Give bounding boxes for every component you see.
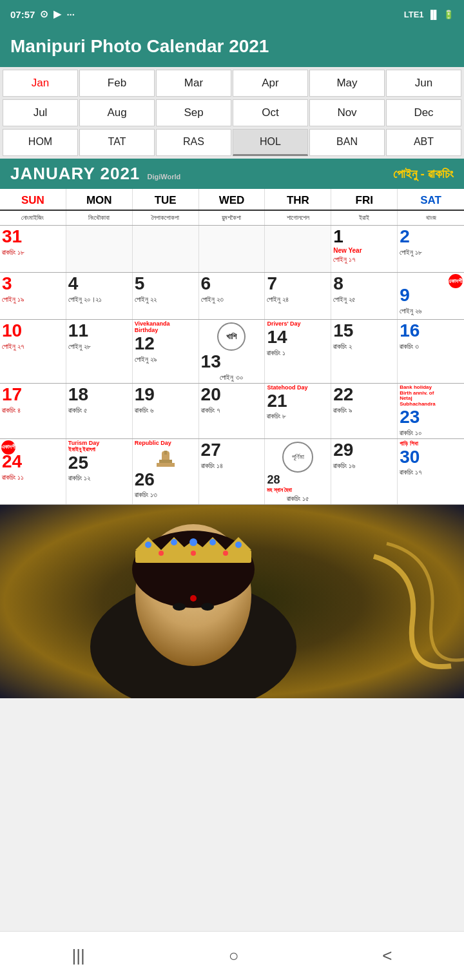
cal-day-empty-1 xyxy=(66,226,133,272)
cal-week-2: 3 পোইনু ১৯ 4 পোইনু ২০।২১ 5 পোইনু ২২ 6 পো… xyxy=(0,273,464,320)
cal-subtitle: DigiWorld xyxy=(148,173,181,181)
cal-day-5: 5 পোইনু ২২ xyxy=(133,273,199,319)
svg-point-21 xyxy=(191,551,196,556)
cal-day-22: 22 ৱাকচিং ৯ xyxy=(331,384,398,438)
cal-day-empty-3 xyxy=(199,226,266,272)
svg-point-22 xyxy=(223,551,228,556)
meitei-thr: শাগোলশেল xyxy=(265,211,331,225)
month-btn-aug[interactable]: Aug xyxy=(79,99,155,126)
month-nav-row2: Jul Aug Sep Oct Nov Dec xyxy=(0,99,464,129)
svg-point-23 xyxy=(190,595,197,602)
special-btn-hom[interactable]: HOM xyxy=(3,129,78,156)
nav-bar: ||| ○ < xyxy=(0,931,464,980)
cal-week-1: 31 ৱাকচিং ১৮ 1 New Year পোইনু ১৭ 2 পোইনু… xyxy=(0,226,464,273)
cal-days-header: SUN MON TUE WED THR FRI SAT xyxy=(0,189,464,211)
photo-svg xyxy=(0,505,464,698)
cal-day-29: 29 ৱাকচিং ১৬ xyxy=(331,439,398,505)
cal-day-10: 10 পোইনু ২৭ xyxy=(0,320,66,383)
cal-day-26: Republic Day 26 ৱাকচিং ১৩ xyxy=(133,439,199,505)
alarm-icon: ⊙ xyxy=(40,8,48,20)
month-btn-oct[interactable]: Oct xyxy=(233,99,308,126)
back-nav-button[interactable]: ||| xyxy=(59,941,97,971)
cal-day-27: 27 ৱাকচিং ১৪ xyxy=(199,439,266,505)
special-btn-ban[interactable]: BAN xyxy=(309,129,385,156)
cal-day-16: 16 ৱাকচিং ৩ xyxy=(398,320,464,383)
cal-day-12: VivekanandaBirthday 12 পোইনু ২৯ xyxy=(133,320,199,383)
meitei-wed: য়ুমশকৈশা xyxy=(199,211,266,225)
app-header: Manipuri Photo Calendar 2021 xyxy=(0,28,464,67)
header-thr: THR xyxy=(265,189,331,210)
cal-meitei-names: নোংমাইজিং নিংথৌকাবা লৈপাকপোকপা য়ুমশকৈশা… xyxy=(0,211,464,226)
month-btn-sep[interactable]: Sep xyxy=(156,99,231,126)
status-left: 07:57 ⊙ ▶ ··· xyxy=(10,8,75,20)
ekadashi-badge-24: একাদশী xyxy=(1,440,15,455)
purnima-circle: পূর্ণিমা xyxy=(282,442,313,473)
cal-week-5: একাদশী 24 ৱাকচিং ১১ Turism Dayইমাইনু ইরা… xyxy=(0,439,464,505)
cal-day-17: 17 ৱাকচিং ৪ xyxy=(0,384,66,438)
signal-label: LTE1 xyxy=(404,10,424,19)
home-nav-button[interactable]: ○ xyxy=(216,941,252,971)
cal-day-14: Drivers' Day 14 ৱাকচিং ১ xyxy=(265,320,331,383)
month-btn-nov[interactable]: Nov xyxy=(309,99,385,126)
month-btn-apr[interactable]: Apr xyxy=(233,70,308,97)
svg-point-19 xyxy=(235,542,242,548)
month-btn-jan[interactable]: Jan xyxy=(3,70,78,97)
special-btn-abt[interactable]: ABT xyxy=(386,129,461,156)
cal-day-25: Turism Dayইমাইনু ইরাৎপা 25 ৱাকচিং ১২ xyxy=(66,439,133,505)
special-nav: HOM TAT RAS HOL BAN ABT xyxy=(0,129,464,159)
header-sat: SAT xyxy=(398,189,464,210)
header-wed: WED xyxy=(199,189,266,210)
app-title: Manipuri Photo Calendar 2021 xyxy=(10,36,269,56)
svg-point-25 xyxy=(201,603,214,611)
cal-day-4: 4 পোইনু ২০।২১ xyxy=(66,273,133,319)
header-mon: MON xyxy=(66,189,133,210)
cal-day-empty-4 xyxy=(265,226,331,272)
cal-day-9: একাদশী 9 পোইনু ২৬ xyxy=(398,273,464,319)
india-gate-icon xyxy=(154,447,177,470)
month-btn-jul[interactable]: Jul xyxy=(3,99,78,126)
header-fri: FRI xyxy=(331,189,398,210)
svg-point-24 xyxy=(173,603,186,611)
special-btn-tat[interactable]: TAT xyxy=(79,129,155,156)
cal-day-15: 15 ৱাকচিং ২ xyxy=(331,320,398,383)
cal-day-1: 1 New Year পোইনু ১৭ xyxy=(331,226,398,272)
khashi-circle: খাশি xyxy=(217,322,246,351)
meitei-sun: নোংমাইজিং xyxy=(0,211,66,225)
meitei-sat: থাংজ xyxy=(398,211,464,225)
header-sun: SUN xyxy=(0,189,66,210)
cal-banner: JANUARY 2021 DigiWorld পোইনু - ৱাকচিং xyxy=(0,159,464,189)
cal-week-3: 10 পোইনু ২৭ 11 পোইনু ২৮ VivekanandaBirth… xyxy=(0,320,464,384)
special-btn-ras[interactable]: RAS xyxy=(156,129,231,156)
cal-meitei-title: পোইনু - ৱাকচিং xyxy=(393,167,454,181)
month-btn-feb[interactable]: Feb xyxy=(79,70,155,97)
meitei-mon: নিংথৌকাবা xyxy=(66,211,133,225)
header-tue: TUE xyxy=(133,189,199,210)
cal-day-18: 18 ৱাকচিং ৫ xyxy=(66,384,133,438)
month-btn-dec[interactable]: Dec xyxy=(386,99,461,126)
meitei-tue: লৈপাকপোকপা xyxy=(133,211,199,225)
cal-day-13: খাশি 13 পোইনু ৩০ xyxy=(199,320,266,383)
cal-day-19: 19 ৱাকচিং ৬ xyxy=(133,384,199,438)
special-btn-hol[interactable]: HOL xyxy=(233,129,308,156)
cal-day-20: 20 ৱাকচিং ৭ xyxy=(199,384,266,438)
calendar: SUN MON TUE WED THR FRI SAT নোংমাইজিং নি… xyxy=(0,189,464,505)
cal-week-4: 17 ৱাকচিং ৪ 18 ৱাকচিং ৫ 19 ৱাকচিং ৬ 20 ৱ… xyxy=(0,384,464,439)
cal-day-11: 11 পোইনু ২৮ xyxy=(66,320,133,383)
recent-nav-button[interactable]: < xyxy=(369,941,405,971)
month-btn-jun[interactable]: Jun xyxy=(386,70,461,97)
ekadashi-badge-9: একাদশী xyxy=(449,274,463,288)
cal-day-24: একাদশী 24 ৱাকচিং ১১ xyxy=(0,439,66,505)
meitei-fri: ইরাই xyxy=(331,211,398,225)
svg-point-16 xyxy=(171,539,177,545)
svg-point-18 xyxy=(209,539,216,545)
cal-day-6: 6 পোইনু ২৩ xyxy=(199,273,266,319)
cal-day-28: পূর্ণিমা 28 মহ স্নান হৈবা ৱাকচিং ১৫ xyxy=(265,439,331,505)
cal-month-year: JANUARY 2021 xyxy=(10,164,140,183)
cal-day-30: গাড়ি শিবা 30 ৱাকচিং ১৭ xyxy=(398,439,464,505)
svg-point-15 xyxy=(145,542,151,548)
month-btn-may[interactable]: May xyxy=(309,70,385,97)
cal-day-empty-2 xyxy=(133,226,199,272)
status-bar: 07:57 ⊙ ▶ ··· LTE1 ▐▌ 🔋 xyxy=(0,0,464,28)
month-btn-mar[interactable]: Mar xyxy=(156,70,231,97)
time-display: 07:57 xyxy=(10,9,35,20)
